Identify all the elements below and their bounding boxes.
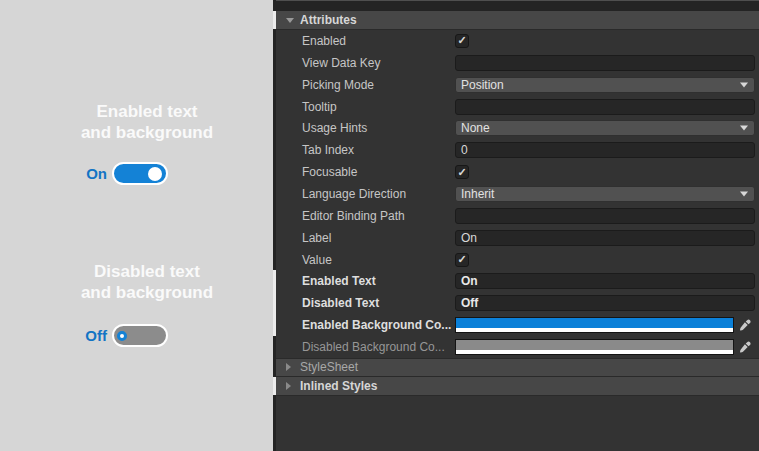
inspector-top-strip (276, 0, 759, 11)
disabled-preview-heading: Disabled text and background (21, 261, 273, 303)
tooltip-input[interactable] (455, 99, 755, 115)
eyedropper-icon[interactable] (734, 341, 755, 353)
field-label: Disabled Text (276, 296, 379, 310)
field-label: Tab Index (276, 143, 354, 157)
field-label: Enabled (276, 34, 346, 48)
attr-row-enabled: Enabled ✓ (276, 30, 759, 52)
inspector-empty-area (276, 396, 759, 451)
check-icon: ✓ (457, 167, 466, 178)
field-value: Off (461, 296, 478, 310)
attr-row-disabled-text: Disabled Text Off (276, 292, 759, 314)
stylesheet-foldout-header[interactable]: StyleSheet (276, 358, 759, 377)
chevron-down-icon (740, 126, 748, 131)
value-checkbox[interactable]: ✓ (455, 253, 469, 267)
color-swatch[interactable] (455, 339, 734, 355)
attr-row-tooltip: Tooltip (276, 96, 759, 118)
dropdown-value: Position (461, 78, 504, 92)
attr-row-enabled-text: Enabled Text On (276, 270, 759, 292)
attr-row-focusable: Focusable ✓ (276, 161, 759, 183)
language-direction-dropdown[interactable]: Inherit (455, 186, 755, 202)
attr-row-view-data-key: View Data Key (276, 52, 759, 74)
attributes-rows: Enabled ✓ View Data Key Picking Mode Pos… (276, 30, 759, 358)
foldout-title: StyleSheet (300, 360, 358, 374)
switch-knob (148, 167, 162, 181)
focusable-checkbox[interactable]: ✓ (455, 165, 469, 179)
field-label: Usage Hints (276, 121, 367, 135)
dropdown-value: None (461, 121, 490, 135)
field-label: Enabled Text (276, 274, 376, 288)
enabled-preview-heading: Enabled text and background (21, 101, 273, 143)
view-data-key-input[interactable] (455, 55, 755, 71)
attr-row-language-direction: Language Direction Inherit (276, 183, 759, 205)
disabled-text-input[interactable]: Off (455, 295, 755, 311)
toggle-on-label: On (0, 165, 112, 182)
inlined-styles-foldout-header[interactable]: Inlined Styles (276, 377, 759, 396)
foldout-collapsed-icon (286, 363, 291, 371)
field-value: On (461, 274, 478, 288)
field-label: Label (276, 231, 331, 245)
switch-knob (117, 331, 127, 341)
field-label: Disabled Background Co... (276, 340, 445, 354)
disabled-toggle-row: Off (0, 324, 168, 347)
disabled-background-color-field[interactable] (455, 339, 755, 355)
attr-row-value: Value ✓ (276, 249, 759, 271)
field-label: View Data Key (276, 56, 381, 70)
enabled-text-input[interactable]: On (455, 273, 755, 289)
attr-row-disabled-background-color: Disabled Background Co... (276, 336, 759, 358)
check-icon: ✓ (457, 35, 466, 46)
heading-line: and background (81, 123, 213, 142)
field-label: Editor Binding Path (276, 209, 405, 223)
enabled-toggle-row: On (0, 162, 168, 185)
heading-line: Disabled text (94, 262, 200, 281)
attr-row-enabled-background-color: Enabled Background Co... (276, 314, 759, 336)
enabled-background-color-field[interactable] (455, 317, 755, 333)
label-input[interactable]: On (455, 230, 755, 246)
editor-binding-path-input[interactable] (455, 208, 755, 224)
enabled-checkbox[interactable]: ✓ (455, 34, 469, 48)
attr-row-picking-mode: Picking Mode Position (276, 74, 759, 96)
field-label: Focusable (276, 165, 357, 179)
field-label: Value (276, 253, 332, 267)
field-value: On (461, 231, 477, 245)
attributes-foldout-header[interactable]: Attributes (276, 11, 759, 30)
field-label: Picking Mode (276, 78, 374, 92)
attr-row-tab-index: Tab Index 0 (276, 139, 759, 161)
field-label: Enabled Background Co... (276, 318, 451, 332)
dropdown-value: Inherit (461, 187, 494, 201)
toggle-switch-on[interactable] (112, 162, 168, 185)
attr-row-editor-binding-path: Editor Binding Path (276, 205, 759, 227)
heading-line: Enabled text (96, 102, 197, 121)
screenshot-root: Enabled text and background On Disabled … (0, 0, 759, 451)
inspector-pane: Attributes Enabled ✓ View Data Key Picki… (273, 0, 759, 451)
heading-line: and background (81, 283, 213, 302)
color-swatch[interactable] (455, 317, 734, 333)
attr-row-usage-hints: Usage Hints None (276, 117, 759, 139)
picking-mode-dropdown[interactable]: Position (455, 77, 755, 93)
foldout-title: Attributes (300, 13, 357, 27)
foldout-expanded-icon (286, 18, 294, 23)
preview-pane: Enabled text and background On Disabled … (0, 0, 273, 451)
chevron-down-icon (740, 191, 748, 196)
eyedropper-icon[interactable] (734, 319, 755, 331)
usage-hints-dropdown[interactable]: None (455, 120, 755, 136)
check-icon: ✓ (457, 254, 466, 265)
tab-index-input[interactable]: 0 (455, 142, 755, 158)
foldout-title: Inlined Styles (300, 379, 377, 393)
alpha-bar (456, 328, 733, 332)
field-value: 0 (461, 143, 468, 157)
toggle-off-label: Off (0, 327, 112, 344)
chevron-down-icon (740, 82, 748, 87)
foldout-collapsed-icon (286, 382, 291, 390)
field-label: Tooltip (276, 100, 337, 114)
toggle-switch-off[interactable] (112, 324, 168, 347)
attr-row-label: Label On (276, 227, 759, 249)
field-label: Language Direction (276, 187, 406, 201)
alpha-bar (456, 350, 733, 354)
